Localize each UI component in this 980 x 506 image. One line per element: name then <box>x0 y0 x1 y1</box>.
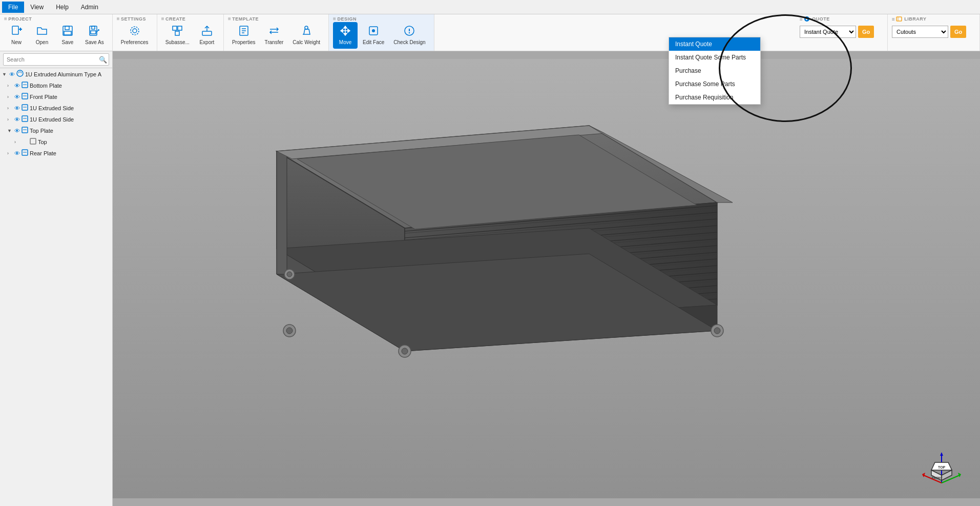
library-go-button[interactable]: Go <box>950 26 966 38</box>
preferences-label: Preferences <box>121 39 149 45</box>
orientation-front-label: FRONT <box>932 476 943 479</box>
svg-marker-88 <box>940 452 943 456</box>
btn-check-design[interactable]: Check Design <box>389 22 429 49</box>
svg-point-19 <box>305 26 308 29</box>
tree-label-side-2: 1U Extruded Side <box>30 116 74 123</box>
btn-save-as[interactable]: Save As <box>81 22 108 49</box>
design-buttons: Move Edit Face Check Design <box>333 22 430 49</box>
toolbar-section-template: TEMPLATE Properties Transfer <box>224 14 329 51</box>
section-label-design: DESIGN <box>333 16 357 22</box>
svg-point-77 <box>286 328 293 334</box>
btn-properties[interactable]: Properties <box>228 22 260 49</box>
main-area: 🔍 ▼ 👁 1U Extruded Aluminum Type A › 👁 <box>0 51 980 506</box>
tree-item-root[interactable]: ▼ 👁 1U Extruded Aluminum Type A <box>0 68 112 80</box>
svg-point-83 <box>287 272 292 277</box>
menu-file[interactable]: File <box>2 2 24 13</box>
svg-rect-12 <box>178 26 182 30</box>
tree-item-side-2[interactable]: › 👁 1U Extruded Side <box>0 114 112 125</box>
tree-eye-rear-plate[interactable]: 👁 <box>14 150 20 156</box>
tree-item-front-plate[interactable]: › 👁 Front Plate <box>0 91 112 103</box>
search-input[interactable] <box>3 53 109 66</box>
section-label-create: CREATE <box>161 16 186 22</box>
btn-save[interactable]: Save <box>55 22 80 49</box>
toolbar-section-quote: QUOTE Instant Quote Go <box>796 14 888 51</box>
btn-transfer[interactable]: Transfer <box>260 22 287 49</box>
tree-eye-bottom-plate[interactable]: 👁 <box>14 83 20 89</box>
btn-open[interactable]: Open <box>30 22 54 49</box>
tree-item-side-1[interactable]: › 👁 1U Extruded Side <box>0 103 112 114</box>
tree-eye-side-1[interactable]: 👁 <box>14 105 20 111</box>
save-as-icon <box>89 25 100 38</box>
tree-item-top-plate[interactable]: ▼ 👁 Top Plate <box>0 125 112 136</box>
tree-eye-front-plate[interactable]: 👁 <box>14 94 20 100</box>
export-icon <box>201 25 213 38</box>
menu-admin[interactable]: Admin <box>75 2 105 13</box>
tree-arrow-top: › <box>14 139 22 145</box>
svg-marker-90 <box>958 473 961 477</box>
tree-arrow-side-1: › <box>7 106 14 111</box>
toolbar-section-settings: SETTINGS Preferences <box>113 14 157 51</box>
tree-label-bottom-plate: Bottom Plate <box>30 83 62 89</box>
project-buttons: New Open Save <box>4 22 108 49</box>
search-icon[interactable]: 🔍 <box>99 56 107 64</box>
svg-rect-5 <box>64 31 71 35</box>
subassembly-label: Subasse... <box>165 39 190 45</box>
tree-arrow-bottom-plate: › <box>7 83 14 88</box>
dropdown-item-purchase-req[interactable]: Purchase Requisition <box>669 91 760 104</box>
btn-subassembly[interactable]: Subasse... <box>161 22 194 49</box>
btn-calc-weight[interactable]: Calc Weight <box>288 22 324 49</box>
viewport[interactable]: TOP FRONT <box>113 51 980 506</box>
quote-go-button[interactable]: Go <box>858 26 874 38</box>
dropdown-item-instant-quote[interactable]: Instant Quote <box>669 37 760 51</box>
svg-point-24 <box>409 32 410 33</box>
settings-buttons: Preferences <box>117 22 153 49</box>
calc-weight-label: Calc Weight <box>293 39 320 45</box>
new-label: New <box>11 39 22 45</box>
open-label: Open <box>36 39 48 45</box>
svg-rect-4 <box>65 26 69 30</box>
quote-select[interactable]: Instant Quote <box>800 26 856 38</box>
svg-point-79 <box>402 348 408 354</box>
tree-icon-top <box>30 138 36 146</box>
tree-item-bottom-plate[interactable]: › 👁 Bottom Plate <box>0 80 112 91</box>
tree-label-front-plate: Front Plate <box>30 94 57 100</box>
toolbar-section-project: PROJECT New Open <box>0 14 113 51</box>
tree-eye-top-plate[interactable]: 👁 <box>14 128 20 134</box>
btn-move[interactable]: Move <box>333 22 358 49</box>
move-label: Move <box>339 39 351 45</box>
menu-view[interactable]: View <box>24 2 50 13</box>
btn-edit-face[interactable]: Edit Face <box>359 22 388 49</box>
tree-arrow-side-2: › <box>7 117 14 122</box>
dropdown-item-instant-quote-some[interactable]: Instant Quote Some Parts <box>669 51 760 64</box>
dropdown-item-purchase-some[interactable]: Purchase Some Parts <box>669 77 760 91</box>
new-icon <box>11 25 22 38</box>
tree-icon-side-1 <box>22 104 28 112</box>
tree-eye-side-2[interactable]: 👁 <box>14 116 20 123</box>
btn-preferences[interactable]: Preferences <box>117 22 153 49</box>
properties-label: Properties <box>232 39 256 45</box>
calc-weight-icon <box>301 25 312 38</box>
tree-arrow-rear-plate: › <box>7 151 14 156</box>
sidebar: 🔍 ▼ 👁 1U Extruded Aluminum Type A › 👁 <box>0 51 113 506</box>
tree-item-rear-plate[interactable]: › 👁 Rear Plate <box>0 148 112 159</box>
tree-eye-root[interactable]: 👁 <box>9 71 15 77</box>
tree-container: ▼ 👁 1U Extruded Aluminum Type A › 👁 Bott… <box>0 68 112 506</box>
tree-icon-front-plate <box>22 93 28 101</box>
dropdown-item-purchase[interactable]: Purchase <box>669 64 760 77</box>
create-buttons: Subasse... Export <box>161 22 219 49</box>
menu-help[interactable]: Help <box>50 2 75 13</box>
svg-point-10 <box>131 27 139 35</box>
toolbar-section-create: CREATE Subasse... Export <box>157 14 224 51</box>
svg-rect-8 <box>91 31 96 34</box>
toolbar-section-design: DESIGN Move Edit Face <box>329 14 434 51</box>
tree-label-side-1: 1U Extruded Side <box>30 105 74 111</box>
btn-export[interactable]: Export <box>195 22 219 49</box>
btn-new[interactable]: New <box>4 22 29 49</box>
tree-label-rear-plate: Rear Plate <box>30 150 56 156</box>
template-buttons: Properties Transfer Calc Weight <box>228 22 324 49</box>
svg-rect-14 <box>202 31 212 35</box>
save-as-label: Save As <box>85 39 104 45</box>
tree-item-top[interactable]: › Top <box>0 136 112 148</box>
library-select[interactable]: Cutouts <box>892 26 948 38</box>
tree-icon-root <box>16 70 24 78</box>
